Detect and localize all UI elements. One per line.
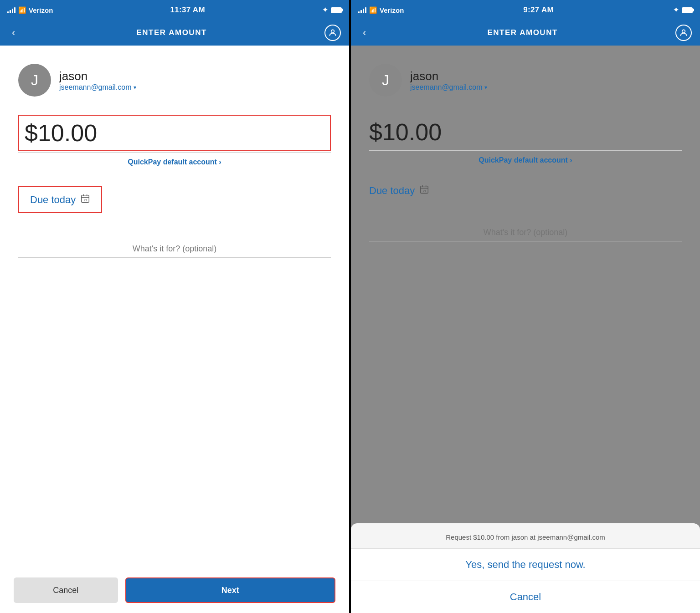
left-carrier: Verizon (29, 6, 53, 14)
left-phone-panel: 📶 Verizon 11:37 AM ✦ ‹ ENTER AMOUNT J ja… (0, 0, 349, 613)
confirm-sheet: Request $10.00 from jason at jseemann@gm… (351, 523, 700, 613)
right-email-chevron: ▾ (484, 84, 487, 91)
left-amount-input[interactable]: $10.00 (18, 115, 331, 151)
left-amount-value: $10.00 (25, 119, 97, 147)
right-profile-icon (679, 28, 688, 37)
right-signal-icon (358, 7, 366, 13)
left-due-today-label: Due today (30, 194, 76, 206)
left-cancel-button[interactable]: Cancel (14, 577, 118, 603)
right-due-today[interactable]: Due today 21 (369, 184, 429, 197)
left-contact-email[interactable]: jseemann@gmail.com ▾ (59, 83, 136, 92)
left-time: 11:37 AM (170, 5, 205, 15)
right-whats-for-section (369, 224, 682, 241)
left-next-button[interactable]: Next (125, 577, 335, 603)
right-due-today-label: Due today (369, 185, 415, 197)
left-calendar-icon: 21 (80, 194, 90, 206)
left-whats-for-section (18, 240, 331, 258)
right-back-button[interactable]: ‹ (359, 25, 370, 41)
right-phone-panel: 📶 Verizon 9:27 AM ✦ ‹ ENTER AMOUNT J jas… (351, 0, 700, 613)
left-contact-info: jason jseemann@gmail.com ▾ (59, 69, 136, 92)
right-quickpay-link[interactable]: QuickPay default account › (369, 156, 682, 164)
right-amount-value: $10.00 (369, 118, 442, 146)
left-status-bar: 📶 Verizon 11:37 AM ✦ (0, 0, 349, 20)
left-profile-icon (328, 28, 337, 37)
right-calendar-icon: 21 (419, 184, 429, 197)
left-whats-for-input[interactable] (18, 240, 331, 258)
confirm-cancel-button[interactable]: Cancel (351, 581, 700, 613)
right-amount-section: $10.00 QuickPay default account › (369, 115, 682, 164)
left-contact-name: jason (59, 69, 136, 83)
right-status-right: ✦ (673, 6, 693, 14)
right-nav-bar: ‹ ENTER AMOUNT (351, 20, 700, 46)
left-back-button[interactable]: ‹ (8, 25, 19, 41)
right-nav-title: ENTER AMOUNT (488, 28, 558, 37)
svg-point-0 (331, 30, 335, 33)
right-bluetooth-icon: ✦ (673, 6, 679, 14)
svg-point-6 (682, 30, 685, 33)
right-amount-underline (369, 150, 682, 151)
right-carrier: Verizon (380, 6, 404, 14)
confirm-message: Request $10.00 from jason at jseemann@gm… (351, 523, 700, 549)
right-whats-for-input[interactable] (369, 224, 682, 241)
right-status-left: 📶 Verizon (358, 6, 404, 14)
right-amount-input: $10.00 (369, 115, 682, 149)
left-avatar: J (18, 64, 51, 97)
left-nav-title: ENTER AMOUNT (137, 28, 207, 37)
right-battery-icon (682, 7, 693, 13)
left-content: J jason jseemann@gmail.com ▾ $10.00 Quic… (0, 46, 349, 567)
left-nav-bar: ‹ ENTER AMOUNT (0, 20, 349, 46)
left-battery-icon (331, 7, 342, 13)
left-email-chevron: ▾ (134, 84, 136, 91)
left-amount-underline (18, 152, 331, 153)
left-due-today[interactable]: Due today 21 (18, 186, 102, 213)
left-profile-button[interactable] (324, 25, 341, 41)
svg-text:21: 21 (84, 199, 88, 202)
left-status-left: 📶 Verizon (7, 6, 53, 14)
right-contact-email[interactable]: jseemann@gmail.com ▾ (410, 83, 487, 92)
left-quickpay-link[interactable]: QuickPay default account › (18, 158, 331, 166)
left-contact-row: J jason jseemann@gmail.com ▾ (18, 64, 136, 97)
left-bluetooth-icon: ✦ (322, 6, 328, 14)
right-wifi-icon: 📶 (369, 6, 377, 14)
right-contact-info: jason jseemann@gmail.com ▾ (410, 69, 487, 92)
right-contact-row: J jason jseemann@gmail.com ▾ (369, 64, 487, 97)
right-time: 9:27 AM (523, 5, 554, 15)
left-bottom-bar: Cancel Next (0, 567, 349, 613)
right-profile-button[interactable] (675, 25, 692, 41)
left-wifi-icon: 📶 (18, 6, 26, 14)
right-status-bar: 📶 Verizon 9:27 AM ✦ (351, 0, 700, 20)
left-status-right: ✦ (322, 6, 342, 14)
right-avatar: J (369, 64, 402, 97)
left-amount-section: $10.00 QuickPay default account › (18, 115, 331, 166)
right-contact-name: jason (410, 69, 487, 83)
svg-text:21: 21 (423, 189, 427, 193)
left-signal-icon (7, 7, 15, 13)
confirm-yes-button[interactable]: Yes, send the request now. (351, 549, 700, 581)
